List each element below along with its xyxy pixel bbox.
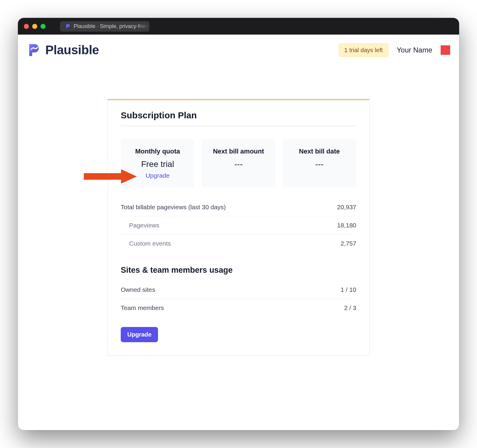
row-label: Total billable pageviews (last 30 days) [121,204,226,211]
billable-total-row: Total billable pageviews (last 30 days) … [121,198,356,216]
brand-name: Plausible [45,43,99,57]
next-bill-amount-tile: Next bill amount --- [202,139,275,187]
avatar[interactable] [441,45,450,55]
summary-tiles: Monthly quota Free trial Upgrade Next bi… [121,139,356,187]
titlebar: Plausible · Simple, privacy-frien [18,18,459,35]
usage-title: Sites & team members usage [121,266,356,275]
row-label: Custom events [129,240,171,247]
user-name[interactable]: Your Name [397,46,432,54]
row-value: 1 / 10 [340,286,356,293]
tile-value: --- [286,159,353,169]
browser-tab[interactable]: Plausible · Simple, privacy-frien [60,21,149,32]
tile-label: Monthly quota [124,148,191,155]
tile-label: Next bill amount [205,148,272,155]
annotation-arrow-icon [84,168,137,187]
plausible-logo-icon [27,43,41,57]
team-members-row: Team members 2 / 3 [121,299,356,317]
row-label: Pageviews [129,222,159,229]
browser-window: Plausible · Simple, privacy-frien Plausi… [18,18,459,430]
maximize-window-button[interactable] [41,24,46,29]
plausible-favicon-icon [65,24,71,29]
row-value: 20,937 [337,204,356,211]
subscription-card: Subscription Plan Monthly quota Free tri… [107,99,370,356]
row-value: 18,180 [337,222,356,229]
svg-marker-2 [121,169,137,184]
tile-value: --- [205,159,272,169]
bug-icon [442,46,449,54]
close-window-button[interactable] [24,24,29,29]
app-header: Plausible 1 trial days left Your Name [18,35,459,60]
header-right: 1 trial days left Your Name [339,44,450,57]
row-value: 2,757 [340,240,356,247]
viewport: Plausible 1 trial days left Your Name [18,35,459,430]
minimize-window-button[interactable] [32,24,37,29]
next-bill-date-tile: Next bill date --- [283,139,356,187]
window-controls [24,24,46,29]
pageviews-row: Pageviews 18,180 [121,216,356,234]
upgrade-button[interactable]: Upgrade [121,327,158,342]
trial-badge[interactable]: 1 trial days left [339,44,388,57]
tab-title: Plausible · Simple, privacy-frien [74,23,148,30]
tile-label: Next bill date [286,148,353,155]
brand[interactable]: Plausible [27,43,99,57]
row-value: 2 / 3 [344,304,356,311]
row-label: Team members [121,304,164,311]
row-label: Owned sites [121,286,155,293]
custom-events-row: Custom events 2,757 [121,234,356,252]
owned-sites-row: Owned sites 1 / 10 [121,281,356,299]
section-title: Subscription Plan [121,110,356,126]
